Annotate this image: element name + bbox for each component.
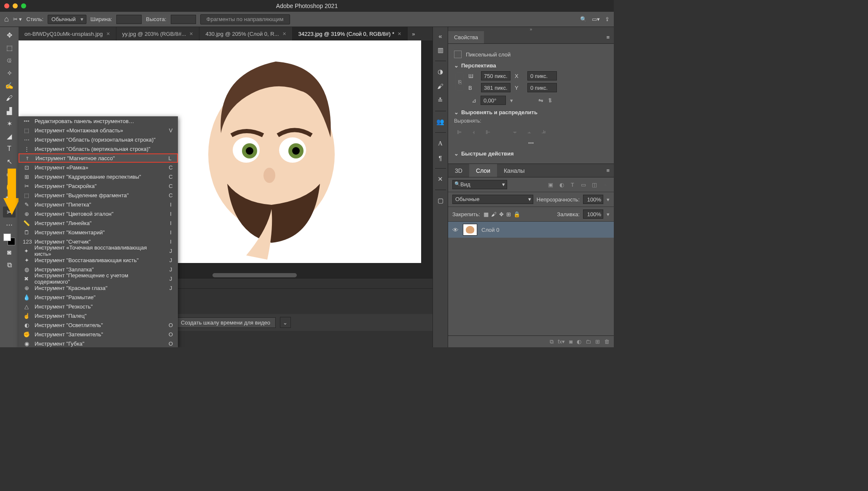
- tool-menu-item[interactable]: ⫯Инструмент "Магнитное лассо"L: [19, 153, 178, 163]
- filter-type-icon[interactable]: T: [568, 182, 577, 188]
- paragraph-panel-icon[interactable]: ¶: [435, 152, 446, 163]
- tool-menu-item[interactable]: ⬚Инструмент "Выделение фрагмента"C: [19, 190, 178, 200]
- move-tool-icon[interactable]: ✥: [3, 30, 16, 40]
- fill-input[interactable]: [583, 209, 603, 219]
- flip-vertical-icon[interactable]: ⥮: [548, 97, 553, 104]
- libraries-panel-icon[interactable]: 👥: [435, 116, 446, 127]
- align-bottom-icon[interactable]: ⫡: [538, 127, 548, 137]
- group-icon[interactable]: 🗀: [586, 338, 591, 345]
- path-select-tool-icon[interactable]: ↖: [3, 156, 16, 167]
- tool-menu-item[interactable]: 🗒Инструмент "Комментарий"I: [19, 228, 178, 237]
- align-left-icon[interactable]: ⊫: [454, 127, 464, 137]
- tool-menu-item[interactable]: ☝Инструмент "Палец": [19, 311, 178, 320]
- lock-artboard-icon[interactable]: ⊞: [506, 211, 511, 217]
- color-panel-icon[interactable]: ◑: [435, 66, 446, 77]
- filter-smart-icon[interactable]: ◫: [590, 182, 599, 188]
- close-window-icon[interactable]: [4, 3, 9, 8]
- dock-expand-icon[interactable]: «: [435, 30, 446, 41]
- filter-toggle-icon[interactable]: ●: [601, 182, 610, 188]
- height-field[interactable]: [481, 83, 511, 92]
- transform-section-header[interactable]: Перспектива: [454, 62, 608, 69]
- tool-menu-item[interactable]: 💧Инструмент "Размытие": [19, 292, 178, 302]
- close-icon[interactable]: ✕: [189, 31, 193, 37]
- visibility-icon[interactable]: 👁: [452, 226, 459, 233]
- minimize-window-icon[interactable]: [13, 3, 18, 8]
- tool-menu-item[interactable]: ✊Инструмент "Затемнитель"O: [19, 330, 178, 339]
- 3d-tab[interactable]: 3D: [448, 164, 469, 177]
- layer-mask-icon[interactable]: ◙: [569, 338, 572, 345]
- y-field[interactable]: [527, 83, 557, 92]
- marquee-tool-icon[interactable]: ⬚: [3, 42, 16, 53]
- panel-menu-icon[interactable]: ≡: [602, 34, 614, 40]
- width-input[interactable]: [116, 15, 142, 24]
- align-top-icon[interactable]: ⫟: [510, 127, 520, 137]
- delete-layer-icon[interactable]: 🗑: [604, 338, 610, 345]
- search-icon[interactable]: 🔍: [580, 16, 587, 22]
- tool-menu-item[interactable]: 📏Инструмент "Линейка"I: [19, 218, 178, 228]
- tool-menu-item[interactable]: ✖Инструмент "Перемещение с учетом содерж…: [19, 274, 178, 283]
- adjustments-panel-icon[interactable]: ≛: [435, 95, 446, 106]
- properties-tab[interactable]: Свойства: [448, 31, 484, 43]
- layer-name[interactable]: Слой 0: [481, 227, 499, 233]
- align-center-h-icon[interactable]: ⫞: [468, 127, 478, 137]
- layer-thumbnail[interactable]: [463, 224, 477, 236]
- align-right-icon[interactable]: ⊩: [483, 127, 493, 137]
- blend-mode-dropdown[interactable]: Обычные: [452, 195, 533, 204]
- height-input[interactable]: [171, 15, 196, 24]
- gradient-tool-icon[interactable]: ◢: [3, 131, 16, 142]
- flip-horizontal-icon[interactable]: ⇋: [538, 97, 543, 104]
- angle-field[interactable]: [481, 96, 506, 105]
- align-section-header[interactable]: Выровнять и распределить: [454, 109, 608, 115]
- lasso-tool-icon[interactable]: ⟃: [3, 55, 16, 66]
- brushes-panel-icon[interactable]: 🖌: [435, 80, 446, 91]
- tool-menu-item[interactable]: ⊞Инструмент "Кадрирование перспективы"C: [19, 172, 178, 181]
- tool-menu-item[interactable]: ⊡Инструмент «Рамка»C: [19, 163, 178, 172]
- layers-tab[interactable]: Слои: [469, 164, 497, 177]
- filter-adjust-icon[interactable]: ◐: [557, 182, 566, 188]
- maximize-window-icon[interactable]: [21, 3, 26, 8]
- tool-menu-item[interactable]: ⊕Инструмент "Цветовой эталон"I: [19, 209, 178, 218]
- quickmask-icon[interactable]: ◙: [3, 247, 16, 258]
- eraser-tool-icon[interactable]: ✶: [3, 118, 16, 129]
- layer-filter-dropdown[interactable]: Вид: [452, 180, 507, 189]
- screen-mode-icon[interactable]: ▭▾: [592, 16, 600, 22]
- guides-slice-button[interactable]: Фрагменты по направляющим: [200, 14, 290, 24]
- horizontal-scrollbar[interactable]: [212, 273, 297, 277]
- tab-overflow-icon[interactable]: »: [408, 27, 419, 40]
- tool-menu-item[interactable]: ⋮Инструмент "Область (вертикальная строк…: [19, 144, 178, 153]
- navigator-panel-icon[interactable]: ▢: [435, 195, 446, 206]
- wand-tool-icon[interactable]: ✧: [3, 67, 16, 78]
- screenmode-tool-icon[interactable]: ⧉: [3, 260, 16, 271]
- edit-toolbar-icon[interactable]: ⋯: [3, 219, 16, 230]
- lock-paint-icon[interactable]: 🖌: [491, 211, 497, 217]
- tab-2[interactable]: 430.jpg @ 205% (Слой 0, R...✕: [199, 27, 292, 40]
- layer-fx-icon[interactable]: fx▾: [558, 338, 565, 345]
- tool-menu-item[interactable]: ⬚Инструмент «Монтажная область»V: [19, 126, 178, 135]
- tool-menu-item[interactable]: △Инструмент "Резкость": [19, 302, 178, 311]
- filter-shape-icon[interactable]: ▭: [579, 182, 588, 188]
- brush-tool-icon[interactable]: 🖌: [3, 93, 16, 104]
- close-icon[interactable]: ✕: [106, 31, 110, 37]
- lock-pixels-icon[interactable]: ▦: [484, 211, 489, 217]
- tool-menu-item[interactable]: ◉Инструмент "Губка"O: [19, 339, 178, 347]
- timeline-dropdown-icon[interactable]: ⌄: [280, 317, 291, 328]
- panel-collapse-icon[interactable]: »: [448, 27, 614, 31]
- edit-toolbar-item[interactable]: ••• Редактировать панель инструментов…: [19, 116, 178, 126]
- tool-menu-item[interactable]: ✂Инструмент "Раскройка"C: [19, 181, 178, 190]
- lock-all-icon[interactable]: 🔒: [513, 211, 520, 217]
- type-tool-icon[interactable]: T: [3, 143, 16, 154]
- tab-0[interactable]: on-BfWDyQ10uMk-unsplash.jpg✕: [19, 27, 116, 40]
- share-icon[interactable]: ⇪: [605, 16, 610, 22]
- lock-position-icon[interactable]: ✥: [499, 211, 504, 217]
- panel-menu-icon[interactable]: ≡: [602, 167, 614, 174]
- close-icon[interactable]: ✕: [282, 31, 286, 37]
- eyedropper-tool-icon[interactable]: ✍: [3, 80, 16, 91]
- align-center-v-icon[interactable]: ⫠: [524, 127, 534, 137]
- close-icon[interactable]: ✕: [398, 31, 401, 37]
- width-field[interactable]: [481, 71, 511, 80]
- create-timeline-button[interactable]: Создать шкалу времени для видео: [175, 317, 276, 328]
- link-dimensions-icon[interactable]: ⎘: [456, 72, 464, 91]
- filter-pixel-icon[interactable]: ▣: [546, 182, 555, 188]
- character-panel-icon[interactable]: A: [435, 138, 446, 149]
- tab-1[interactable]: yy.jpg @ 203% (RGB/8#...✕: [116, 27, 200, 40]
